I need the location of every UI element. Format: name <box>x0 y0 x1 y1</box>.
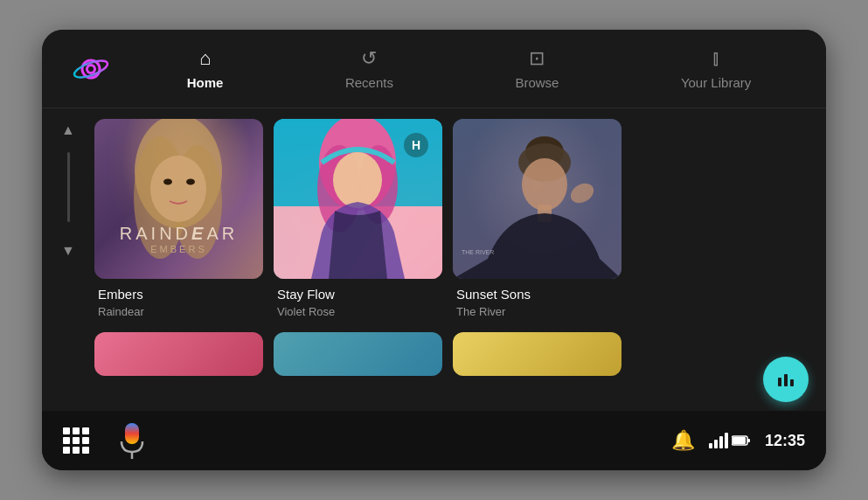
svg-point-9 <box>186 179 195 185</box>
grid-dot <box>73 447 80 454</box>
card-title-stayflow: Stay Flow <box>277 286 439 303</box>
scroll-up-button[interactable]: ▲ <box>58 119 79 142</box>
card-partial-2[interactable] <box>274 332 442 376</box>
signal-bar-3 <box>719 436 723 448</box>
raindear-illustration <box>94 119 263 279</box>
grid-dot <box>82 447 89 454</box>
headphone-badge: H <box>404 133 428 157</box>
grid-dot <box>63 427 70 434</box>
grid-dot <box>63 437 70 444</box>
signal-bar-2 <box>714 440 718 448</box>
nav-label-browse: Browse <box>515 75 559 90</box>
browse-icon: ⊡ <box>529 47 545 70</box>
equalizer-icon <box>775 369 796 390</box>
card-image-embers: RAINDEAR EMBERS <box>94 119 263 279</box>
svg-point-8 <box>163 179 172 185</box>
cards-row-bottom <box>94 325 816 376</box>
nav-label-library: Your Library <box>681 75 751 90</box>
svg-point-19 <box>522 158 567 211</box>
raindear-title: RAINDEAR <box>120 224 238 244</box>
signal-bar-1 <box>709 443 712 448</box>
card-partial-3[interactable] <box>453 332 621 376</box>
grid-dot <box>63 447 70 454</box>
content-area: ▲ ▼ <box>42 108 826 411</box>
app-logo <box>72 50 110 88</box>
cards-area: RAINDEAR EMBERS Embers Raindear <box>94 108 826 411</box>
bottom-left-controls <box>63 422 147 459</box>
main-content: ▲ ▼ <box>42 108 826 411</box>
card-title-sunsetsons: Sunset Sons <box>456 286 618 303</box>
signal-bars-icon <box>709 433 728 448</box>
apps-grid-button[interactable] <box>63 427 89 454</box>
card-subtitle-embers: Raindear <box>98 305 260 318</box>
svg-rect-30 <box>747 439 750 442</box>
battery-icon <box>732 434 751 447</box>
nav-label-recents: Recents <box>345 75 393 90</box>
svg-rect-26 <box>125 423 139 444</box>
recents-icon: ↺ <box>361 47 377 70</box>
nav-item-recents[interactable]: ↺ Recents <box>324 40 414 97</box>
top-nav: ⌂ Home ↺ Recents ⊡ Browse ⫿ Your Library <box>42 30 826 108</box>
card-info-sunsetsons: Sunset Sons The River <box>453 279 621 322</box>
grid-dot <box>82 427 89 434</box>
svg-point-7 <box>150 156 206 222</box>
nav-item-library[interactable]: ⫿ Your Library <box>660 40 772 97</box>
raindear-album: EMBERS <box>120 244 238 254</box>
grid-dot <box>82 437 89 444</box>
card-embers[interactable]: RAINDEAR EMBERS Embers Raindear <box>94 119 263 322</box>
cards-row-main: RAINDEAR EMBERS Embers Raindear <box>94 119 816 325</box>
microphone-button[interactable] <box>117 422 147 459</box>
card-subtitle-sunsetsons: The River <box>456 305 618 318</box>
card-subtitle-stayflow: Violet Rose <box>277 305 439 318</box>
svg-rect-29 <box>733 437 746 444</box>
fab-equalizer-button[interactable] <box>763 357 809 402</box>
scroll-down-button[interactable]: ▼ <box>58 240 79 262</box>
svg-rect-25 <box>790 379 794 386</box>
sunset-illustration: THE RIVER <box>453 119 621 279</box>
grid-dot <box>73 427 80 434</box>
svg-rect-24 <box>784 374 788 386</box>
card-partial-1[interactable] <box>94 332 263 376</box>
nav-label-home: Home <box>187 75 224 90</box>
card-image-sunsetsons: THE RIVER <box>453 119 621 279</box>
device-frame: ⌂ Home ↺ Recents ⊡ Browse ⫿ Your Library… <box>42 30 826 470</box>
logo-area <box>56 50 126 88</box>
time-display: 12:35 <box>765 432 805 450</box>
bottom-right-status: 🔔 12:35 <box>671 429 805 452</box>
notification-bell-icon[interactable]: 🔔 <box>671 429 695 452</box>
scroll-track <box>67 152 70 222</box>
card-stayflow[interactable]: H Stay Flow Violet Rose <box>274 119 442 322</box>
raindear-text-block: RAINDEAR EMBERS <box>120 224 238 254</box>
card-title-embers: Embers <box>98 286 260 303</box>
signal-bar-4 <box>725 433 728 448</box>
library-icon: ⫿ <box>712 47 721 70</box>
grid-dot <box>73 437 80 444</box>
card-info-embers: Embers Raindear <box>94 279 263 322</box>
svg-text:THE RIVER: THE RIVER <box>462 249 494 255</box>
card-image-stayflow: H <box>274 119 442 279</box>
nav-item-home[interactable]: ⌂ Home <box>166 40 245 97</box>
card-info-stayflow: Stay Flow Violet Rose <box>274 279 442 322</box>
nav-item-browse[interactable]: ⊡ Browse <box>494 40 580 97</box>
nav-items: ⌂ Home ↺ Recents ⊡ Browse ⫿ Your Library <box>126 40 812 97</box>
svg-rect-23 <box>778 378 781 386</box>
card-sunsetsons[interactable]: THE RIVER Sunset Sons The River <box>453 119 621 322</box>
signal-area <box>709 433 751 448</box>
svg-point-3 <box>88 66 94 72</box>
sidebar-scroll: ▲ ▼ <box>42 108 94 411</box>
bottom-bar: 🔔 12:35 <box>42 411 826 470</box>
home-icon: ⌂ <box>199 47 211 70</box>
svg-point-15 <box>333 152 382 208</box>
